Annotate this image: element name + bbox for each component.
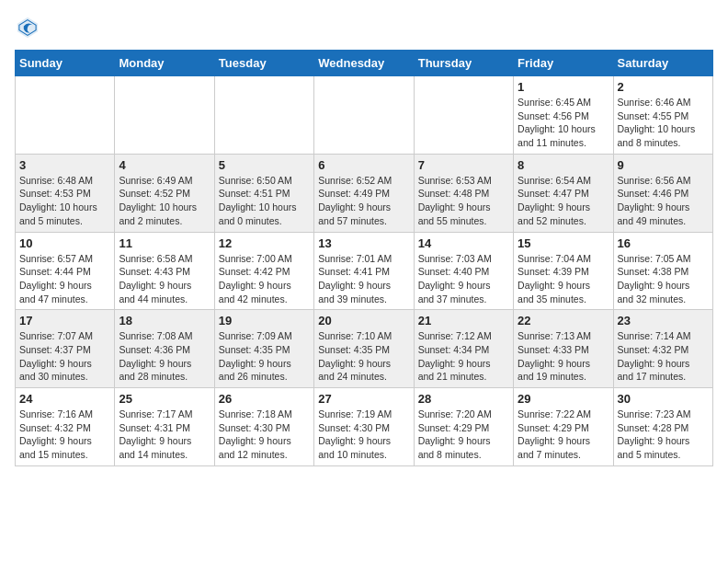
day-number: 2 bbox=[618, 80, 709, 94]
calendar-cell: 8Sunrise: 6:54 AM Sunset: 4:47 PM Daylig… bbox=[514, 154, 613, 232]
day-number: 5 bbox=[219, 158, 310, 172]
day-info: Sunrise: 7:23 AM Sunset: 4:28 PM Dayligh… bbox=[618, 408, 709, 462]
calendar-cell: 22Sunrise: 7:13 AM Sunset: 4:33 PM Dayli… bbox=[514, 310, 613, 388]
logo bbox=[15, 15, 44, 40]
day-info: Sunrise: 7:04 AM Sunset: 4:39 PM Dayligh… bbox=[518, 252, 609, 306]
day-info: Sunrise: 7:10 AM Sunset: 4:35 PM Dayligh… bbox=[318, 329, 409, 384]
day-number: 3 bbox=[19, 158, 110, 172]
calendar-row: 10Sunrise: 6:57 AM Sunset: 4:44 PM Dayli… bbox=[16, 232, 713, 310]
day-number: 23 bbox=[618, 314, 709, 327]
weekday-header: Tuesday bbox=[214, 51, 313, 76]
day-number: 29 bbox=[518, 392, 609, 406]
calendar-cell: 13Sunrise: 7:01 AM Sunset: 4:41 PM Dayli… bbox=[314, 232, 414, 310]
calendar-row: 1Sunrise: 6:45 AM Sunset: 4:56 PM Daylig… bbox=[16, 76, 713, 155]
day-number: 7 bbox=[418, 158, 509, 172]
day-info: Sunrise: 6:50 AM Sunset: 4:51 PM Dayligh… bbox=[219, 174, 310, 228]
calendar-cell: 3Sunrise: 6:48 AM Sunset: 4:53 PM Daylig… bbox=[16, 154, 115, 232]
calendar-cell: 10Sunrise: 6:57 AM Sunset: 4:44 PM Dayli… bbox=[16, 232, 115, 310]
day-number: 4 bbox=[119, 158, 210, 172]
calendar-cell bbox=[115, 76, 214, 155]
page-header bbox=[15, 15, 713, 40]
day-info: Sunrise: 7:19 AM Sunset: 4:30 PM Dayligh… bbox=[318, 408, 409, 462]
calendar-cell: 21Sunrise: 7:12 AM Sunset: 4:34 PM Dayli… bbox=[414, 310, 513, 388]
weekday-header: Thursday bbox=[414, 51, 513, 76]
day-number: 28 bbox=[418, 392, 509, 406]
day-number: 25 bbox=[119, 392, 210, 406]
calendar-cell: 18Sunrise: 7:08 AM Sunset: 4:36 PM Dayli… bbox=[115, 310, 214, 388]
calendar-cell: 1Sunrise: 6:45 AM Sunset: 4:56 PM Daylig… bbox=[514, 76, 613, 155]
calendar-cell: 29Sunrise: 7:22 AM Sunset: 4:29 PM Dayli… bbox=[514, 388, 613, 466]
day-number: 6 bbox=[318, 158, 409, 172]
day-info: Sunrise: 6:45 AM Sunset: 4:56 PM Dayligh… bbox=[518, 96, 609, 150]
calendar-table: SundayMondayTuesdayWednesdayThursdayFrid… bbox=[15, 50, 713, 466]
calendar-row: 17Sunrise: 7:07 AM Sunset: 4:37 PM Dayli… bbox=[16, 310, 713, 388]
weekday-header: Monday bbox=[115, 51, 214, 76]
day-number: 18 bbox=[119, 314, 210, 327]
day-info: Sunrise: 7:01 AM Sunset: 4:41 PM Dayligh… bbox=[318, 252, 409, 306]
calendar-cell: 28Sunrise: 7:20 AM Sunset: 4:29 PM Dayli… bbox=[414, 388, 513, 466]
calendar-cell bbox=[414, 76, 513, 155]
day-number: 26 bbox=[219, 392, 310, 406]
calendar-cell: 24Sunrise: 7:16 AM Sunset: 4:32 PM Dayli… bbox=[16, 388, 115, 466]
calendar-cell: 26Sunrise: 7:18 AM Sunset: 4:30 PM Dayli… bbox=[214, 388, 313, 466]
day-number: 10 bbox=[19, 236, 110, 250]
calendar-cell: 9Sunrise: 6:56 AM Sunset: 4:46 PM Daylig… bbox=[613, 154, 712, 232]
day-info: Sunrise: 7:12 AM Sunset: 4:34 PM Dayligh… bbox=[418, 329, 509, 384]
calendar-cell: 7Sunrise: 6:53 AM Sunset: 4:48 PM Daylig… bbox=[414, 154, 513, 232]
day-number: 24 bbox=[19, 392, 110, 406]
day-number: 30 bbox=[618, 392, 709, 406]
day-info: Sunrise: 6:52 AM Sunset: 4:49 PM Dayligh… bbox=[318, 174, 409, 228]
day-info: Sunrise: 7:18 AM Sunset: 4:30 PM Dayligh… bbox=[219, 408, 310, 462]
day-info: Sunrise: 6:46 AM Sunset: 4:55 PM Dayligh… bbox=[618, 96, 709, 150]
day-number: 27 bbox=[318, 392, 409, 406]
day-info: Sunrise: 7:14 AM Sunset: 4:32 PM Dayligh… bbox=[618, 329, 709, 384]
calendar-row: 3Sunrise: 6:48 AM Sunset: 4:53 PM Daylig… bbox=[16, 154, 713, 232]
day-info: Sunrise: 7:03 AM Sunset: 4:40 PM Dayligh… bbox=[418, 252, 509, 306]
day-info: Sunrise: 6:53 AM Sunset: 4:48 PM Dayligh… bbox=[418, 174, 509, 228]
day-number: 1 bbox=[518, 80, 609, 94]
weekday-header: Wednesday bbox=[314, 51, 414, 76]
calendar-cell bbox=[314, 76, 414, 155]
calendar-cell: 27Sunrise: 7:19 AM Sunset: 4:30 PM Dayli… bbox=[314, 388, 414, 466]
calendar-cell: 23Sunrise: 7:14 AM Sunset: 4:32 PM Dayli… bbox=[613, 310, 712, 388]
calendar-cell: 11Sunrise: 6:58 AM Sunset: 4:43 PM Dayli… bbox=[115, 232, 214, 310]
logo-icon bbox=[15, 15, 40, 40]
calendar-cell: 12Sunrise: 7:00 AM Sunset: 4:42 PM Dayli… bbox=[214, 232, 313, 310]
calendar-cell: 14Sunrise: 7:03 AM Sunset: 4:40 PM Dayli… bbox=[414, 232, 513, 310]
day-info: Sunrise: 7:08 AM Sunset: 4:36 PM Dayligh… bbox=[119, 329, 210, 384]
day-number: 21 bbox=[418, 314, 509, 327]
calendar-cell: 2Sunrise: 6:46 AM Sunset: 4:55 PM Daylig… bbox=[613, 76, 712, 155]
day-info: Sunrise: 6:48 AM Sunset: 4:53 PM Dayligh… bbox=[19, 174, 110, 228]
day-info: Sunrise: 7:09 AM Sunset: 4:35 PM Dayligh… bbox=[219, 329, 310, 384]
day-info: Sunrise: 7:07 AM Sunset: 4:37 PM Dayligh… bbox=[19, 329, 110, 384]
day-info: Sunrise: 7:20 AM Sunset: 4:29 PM Dayligh… bbox=[418, 408, 509, 462]
weekday-header: Saturday bbox=[613, 51, 712, 76]
day-info: Sunrise: 6:57 AM Sunset: 4:44 PM Dayligh… bbox=[19, 252, 110, 306]
day-info: Sunrise: 7:17 AM Sunset: 4:31 PM Dayligh… bbox=[119, 408, 210, 462]
calendar-cell: 5Sunrise: 6:50 AM Sunset: 4:51 PM Daylig… bbox=[214, 154, 313, 232]
day-info: Sunrise: 7:00 AM Sunset: 4:42 PM Dayligh… bbox=[219, 252, 310, 306]
day-info: Sunrise: 6:58 AM Sunset: 4:43 PM Dayligh… bbox=[119, 252, 210, 306]
day-number: 13 bbox=[318, 236, 409, 250]
weekday-header: Sunday bbox=[16, 51, 115, 76]
weekday-header: Friday bbox=[514, 51, 613, 76]
calendar-cell: 17Sunrise: 7:07 AM Sunset: 4:37 PM Dayli… bbox=[16, 310, 115, 388]
day-number: 15 bbox=[518, 236, 609, 250]
day-number: 8 bbox=[518, 158, 609, 172]
day-number: 14 bbox=[418, 236, 509, 250]
calendar-cell: 16Sunrise: 7:05 AM Sunset: 4:38 PM Dayli… bbox=[613, 232, 712, 310]
calendar-cell: 30Sunrise: 7:23 AM Sunset: 4:28 PM Dayli… bbox=[613, 388, 712, 466]
day-info: Sunrise: 6:54 AM Sunset: 4:47 PM Dayligh… bbox=[518, 174, 609, 228]
day-info: Sunrise: 6:56 AM Sunset: 4:46 PM Dayligh… bbox=[618, 174, 709, 228]
day-number: 12 bbox=[219, 236, 310, 250]
day-info: Sunrise: 7:13 AM Sunset: 4:33 PM Dayligh… bbox=[518, 329, 609, 384]
calendar-cell: 15Sunrise: 7:04 AM Sunset: 4:39 PM Dayli… bbox=[514, 232, 613, 310]
weekday-header-row: SundayMondayTuesdayWednesdayThursdayFrid… bbox=[16, 51, 713, 76]
day-info: Sunrise: 7:22 AM Sunset: 4:29 PM Dayligh… bbox=[518, 408, 609, 462]
calendar-cell: 25Sunrise: 7:17 AM Sunset: 4:31 PM Dayli… bbox=[115, 388, 214, 466]
day-number: 22 bbox=[518, 314, 609, 327]
calendar-cell: 4Sunrise: 6:49 AM Sunset: 4:52 PM Daylig… bbox=[115, 154, 214, 232]
day-info: Sunrise: 6:49 AM Sunset: 4:52 PM Dayligh… bbox=[119, 174, 210, 228]
calendar-cell: 19Sunrise: 7:09 AM Sunset: 4:35 PM Dayli… bbox=[214, 310, 313, 388]
day-info: Sunrise: 7:05 AM Sunset: 4:38 PM Dayligh… bbox=[618, 252, 709, 306]
